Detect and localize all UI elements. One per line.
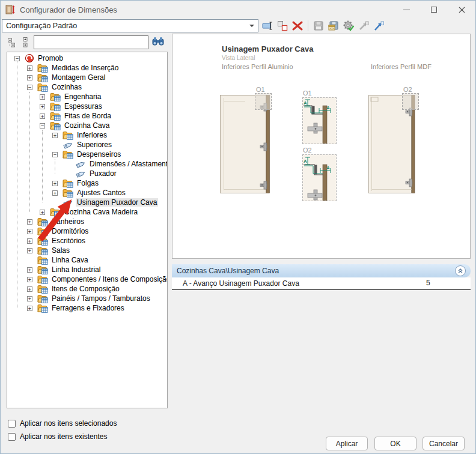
tree-item-label: Usinagem Puxador Cava: [76, 198, 158, 207]
apply-selected-checkbox-row: Aplicar nos itens selecionados: [8, 419, 117, 428]
expand-toggle-icon[interactable]: +: [40, 94, 45, 100]
door-diagram-mdf: [368, 95, 418, 196]
tree-item[interactable]: Dimensões / Afastamentos: [7, 159, 167, 169]
tree-item[interactable]: +Dormitórios: [7, 226, 167, 236]
expand-toggle-icon[interactable]: +: [27, 229, 32, 234]
apply-selected-checkbox[interactable]: [8, 420, 16, 428]
hinge-icon: [308, 123, 322, 133]
close-button[interactable]: [448, 1, 475, 19]
tree-item-label: Cozinha Cava Madeira: [63, 208, 139, 216]
search-button[interactable]: [152, 37, 164, 46]
collapse-group-button[interactable]: [455, 265, 466, 276]
tree-item-label: Montagem Geral: [50, 73, 106, 82]
tree-item-label: Espessuras: [63, 102, 103, 110]
detail-callout-o1: [255, 93, 272, 110]
detail-view-o2-label: O2: [303, 147, 312, 154]
collapse-toggle-icon[interactable]: −: [40, 123, 45, 129]
preview-caption-mdf: Inferiores Perfil MDF: [371, 63, 432, 70]
tree-item[interactable]: −Cozinhas: [7, 82, 167, 92]
tree-item[interactable]: +Itens de Composição: [7, 284, 167, 294]
configuration-tree: −Promob+Medidas de Inserção+Montagem Ger…: [7, 52, 168, 408]
maximize-button[interactable]: [420, 1, 448, 19]
duplicate-config-button[interactable]: [276, 19, 289, 32]
tree-item[interactable]: +Inferiores: [7, 130, 167, 140]
ok-button[interactable]: OK: [374, 437, 416, 450]
apply-config-button[interactable]: [342, 19, 355, 32]
expand-toggle-icon[interactable]: +: [27, 286, 32, 292]
rename-config-button[interactable]: [261, 19, 274, 32]
tree-item[interactable]: −Despenseiros: [7, 150, 167, 159]
expand-toggle-icon[interactable]: +: [27, 75, 32, 80]
tree-item-label: Linha Cava: [50, 256, 90, 264]
tree-item[interactable]: Usinagem Puxador Cava: [7, 198, 167, 207]
save-config-as-button[interactable]: <>: [327, 19, 340, 32]
expand-toggle-icon[interactable]: +: [27, 277, 32, 282]
tree-item[interactable]: +Engenharia: [7, 92, 167, 101]
expand-toggle-icon[interactable]: +: [40, 210, 45, 215]
expand-toggle-icon[interactable]: +: [27, 238, 32, 244]
copy-config-from-disabled-button[interactable]: [357, 19, 370, 32]
folder-icon: [37, 265, 48, 274]
expand-toggle-icon[interactable]: +: [40, 114, 45, 119]
tree-item[interactable]: +Salas: [7, 246, 167, 255]
tree-item[interactable]: +Ajustes Cantos: [7, 188, 167, 198]
tree-item[interactable]: +Medidas de Inserção: [7, 63, 167, 73]
expand-toggle-icon[interactable]: +: [52, 190, 58, 196]
expand-toggle-icon[interactable]: +: [52, 181, 58, 186]
tree-item[interactable]: +Linha Industrial: [7, 265, 167, 274]
tree-item[interactable]: +Espessuras: [7, 101, 167, 111]
apply-existing-checkbox[interactable]: [8, 433, 16, 441]
tree-item[interactable]: +Ferragens e Fixadores: [7, 303, 167, 313]
tree-search-input[interactable]: [34, 35, 148, 49]
tree-item[interactable]: −Promob: [7, 53, 167, 63]
expand-toggle-icon[interactable]: +: [52, 133, 58, 138]
expand-toggle-icon[interactable]: +: [27, 296, 32, 301]
tree-item[interactable]: +Banheiros: [7, 217, 167, 226]
copy-config-from-button[interactable]: [372, 19, 385, 32]
property-value-field[interactable]: 5: [426, 279, 463, 289]
gear-check-icon: [343, 20, 355, 32]
tree-item[interactable]: +Montagem Geral: [7, 73, 167, 82]
tree-item[interactable]: +Escritórios: [7, 236, 167, 246]
cancelar-button[interactable]: Cancelar: [423, 437, 465, 450]
folder-icon: [63, 189, 73, 198]
folder-icon: [37, 294, 48, 303]
folder-icon: [37, 64, 48, 73]
tree-item[interactable]: +Cozinha Cava Madeira: [7, 207, 167, 217]
tree-item[interactable]: +Componentes / Itens de Composição: [7, 274, 167, 284]
aplicar-button[interactable]: Aplicar: [326, 437, 368, 450]
tree-item-label: Cozinha Cava: [63, 121, 111, 130]
expand-toggle-icon[interactable]: +: [27, 267, 32, 273]
collapse-toggle-icon[interactable]: −: [27, 85, 32, 90]
properties-panel: Cozinhas Cava\Usinagem Cava A - Avanço U…: [172, 264, 471, 290]
expand-toggle-icon[interactable]: +: [27, 248, 32, 253]
tree-item[interactable]: +Painéis / Tampos / Tamburatos: [7, 294, 167, 303]
collapse-all-button[interactable]: [8, 37, 17, 48]
expand-toggle-icon[interactable]: +: [27, 306, 32, 311]
close-icon: [459, 7, 465, 13]
tree-item[interactable]: +Folgas: [7, 178, 167, 188]
delete-config-button[interactable]: [291, 19, 304, 32]
expand-toggle-icon[interactable]: +: [27, 219, 32, 225]
preview-subtitle: Vista Lateral: [222, 55, 255, 61]
folder-icon: [50, 112, 61, 121]
expand-all-button[interactable]: [22, 37, 31, 48]
apply-existing-checkbox-row: Aplicar nos itens existentes: [8, 432, 107, 441]
tree-item[interactable]: Puxador: [7, 169, 167, 178]
expand-toggle-icon[interactable]: +: [27, 65, 32, 71]
tree-item-label: Promob: [37, 54, 64, 62]
configuration-selector[interactable]: Configuração Padrão: [2, 19, 258, 32]
tree-item[interactable]: Superiores: [7, 140, 167, 150]
expand-all-icon: [22, 37, 31, 48]
tree-item[interactable]: +Fitas de Borda: [7, 111, 167, 121]
expand-toggle-icon[interactable]: +: [40, 104, 45, 109]
tag-icon: [63, 141, 73, 150]
apply-selected-label: Aplicar nos itens selecionados: [20, 419, 117, 428]
save-config-button[interactable]: [312, 19, 325, 32]
collapse-toggle-icon[interactable]: −: [52, 152, 58, 157]
minimize-button[interactable]: [392, 1, 420, 19]
tree-item[interactable]: Linha Cava: [7, 255, 167, 265]
tree-item[interactable]: −Cozinha Cava: [7, 121, 167, 130]
detail-view-o1: A A: [302, 97, 337, 144]
tree-item-label: Puxador: [88, 169, 118, 178]
